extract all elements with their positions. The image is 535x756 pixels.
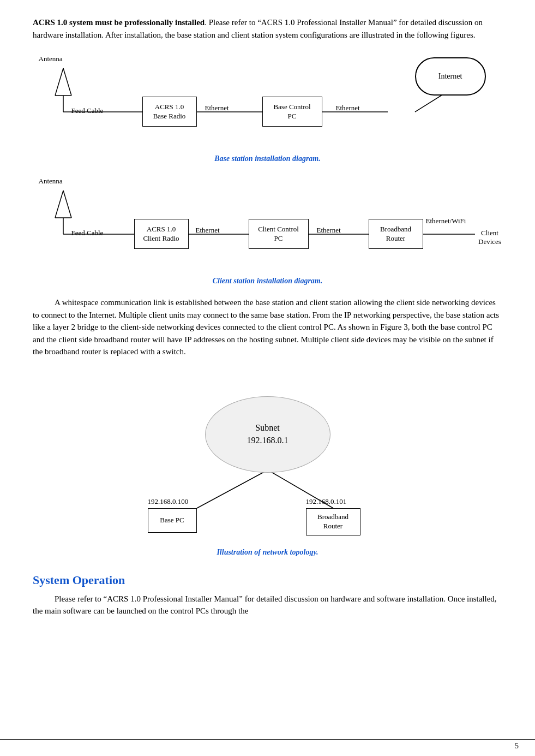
svg-line-0 bbox=[55, 68, 63, 96]
acrs-base-radio-box: ACRS 1.0 Base Radio bbox=[142, 97, 197, 127]
topology-caption: Illustration of network topology. bbox=[33, 548, 502, 557]
system-operation-para: Please refer to “ACRS 1.0 Professional I… bbox=[33, 593, 502, 617]
feed-cable-label-base: Feed Cable bbox=[71, 106, 104, 115]
broadband-router-box-client: Broadband Router bbox=[369, 219, 423, 249]
page-number: 5 bbox=[515, 742, 519, 751]
ethernet1-label-client: Ethernet bbox=[196, 226, 220, 235]
base-station-diagram: Antenna Feed Cable ACRS 1.0 Base Radio E… bbox=[33, 52, 502, 150]
ethernet-wifi-label: Ethernet/WiFi bbox=[426, 217, 466, 225]
topology-diagram-section: Subnet 192.168.0.1 192.168.0.100 Base PC… bbox=[33, 369, 502, 557]
router-ip-label: 192.168.0.101 bbox=[306, 497, 347, 506]
body-paragraph: A whitespace communication link is estab… bbox=[33, 296, 502, 358]
acrs-client-radio-box: ACRS 1.0 Client Radio bbox=[134, 219, 189, 249]
base-pc-ip-label: 192.168.0.100 bbox=[148, 497, 189, 506]
ethernet2-label-base: Ethernet bbox=[336, 104, 360, 112]
ethernet1-label-base: Ethernet bbox=[205, 104, 229, 112]
antenna-label-base: Antenna bbox=[39, 55, 63, 63]
base-pc-box: Base PC bbox=[148, 508, 197, 533]
internet-cloud: Internet bbox=[415, 57, 486, 96]
base-control-pc-box: Base Control PC bbox=[262, 97, 322, 127]
antenna-label-client: Antenna bbox=[39, 177, 63, 186]
client-diagram-caption: Client station installation diagram. bbox=[33, 277, 502, 285]
topology-diagram: Subnet 192.168.0.1 192.168.0.100 Base PC… bbox=[131, 369, 404, 544]
client-control-pc-box: Client Control PC bbox=[249, 219, 309, 249]
client-station-diagram-section: Antenna Feed Cable ACRS 1.0 Client Radio… bbox=[33, 174, 502, 285]
bottom-divider bbox=[0, 739, 535, 740]
system-operation-heading: System Operation bbox=[33, 573, 502, 587]
client-station-diagram: Antenna Feed Cable ACRS 1.0 Client Radio… bbox=[33, 174, 502, 272]
broadband-router-box-topology: Broadband Router bbox=[306, 508, 360, 535]
intro-paragraph: ACRS 1.0 system must be professionally i… bbox=[33, 16, 502, 41]
feed-cable-label-client: Feed Cable bbox=[71, 229, 104, 237]
base-station-diagram-section: Antenna Feed Cable ACRS 1.0 Base Radio E… bbox=[33, 52, 502, 163]
base-diagram-caption: Base station installation diagram. bbox=[33, 154, 502, 163]
svg-line-1 bbox=[63, 68, 71, 96]
subnet-circle: Subnet 192.168.0.1 bbox=[205, 396, 330, 473]
svg-line-16 bbox=[197, 470, 268, 508]
svg-line-8 bbox=[55, 191, 63, 218]
svg-line-9 bbox=[63, 191, 71, 218]
client-devices-label: Client Devices bbox=[478, 229, 502, 246]
intro-bold: ACRS 1.0 system must be professionally i… bbox=[33, 18, 205, 27]
ethernet2-label-client: Ethernet bbox=[317, 226, 341, 235]
